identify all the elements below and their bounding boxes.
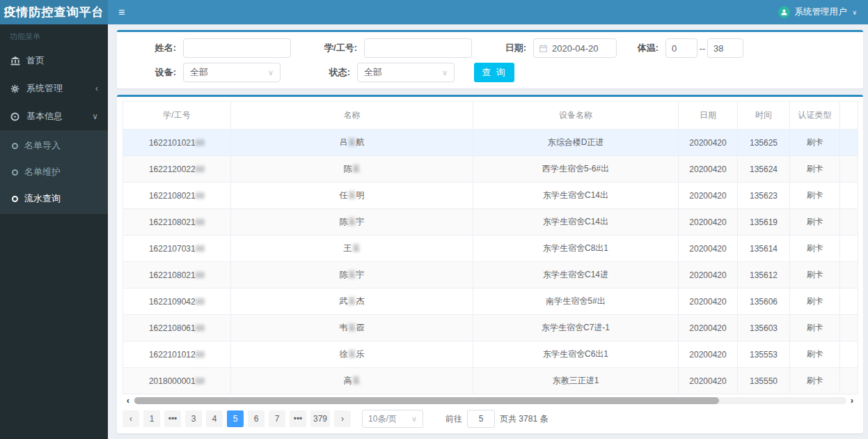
table-cell: 东学生宿舍C8出1 [473,236,679,262]
table-cell: 135619 [738,209,790,236]
column-header[interactable]: 时间 [738,102,790,130]
calendar-icon [539,45,547,52]
horizontal-scrollbar: ‹ › [123,396,858,405]
navbar: ≡ 系统管理用户 ∨ [108,0,868,24]
table-row[interactable]: 162210802188陈某宇东学生宿舍C14进20200420135612刷卡 [123,262,858,288]
table-header-row: 学/工号名称设备名称日期时间认证类型 [123,102,858,130]
sidebar-item-home[interactable]: 首页 [0,47,108,75]
table-cell: 任某明 [231,183,473,209]
table-cell: 刷卡 [790,183,840,209]
device-select-value: 全部 [190,66,208,79]
circle-o-icon [12,169,18,176]
sidebar-item-list-maintain[interactable]: 名单维护 [0,159,108,185]
table-cell: 武某杰 [231,288,473,315]
pager-page-379[interactable]: 379 [310,410,330,427]
table-row[interactable]: 162210101288徐某乐东学生宿舍C6出120200420135553刷卡 [123,341,858,368]
scrollbar-thumb[interactable] [134,397,719,404]
sidebar-toggle-icon[interactable]: ≡ [108,0,135,24]
circle-o-icon [12,196,18,202]
sidebar-item-flow-query[interactable]: 流水查询 [0,185,108,212]
table-cell: 162210102188 [123,130,231,156]
pager-page-3[interactable]: 3 [185,410,202,427]
chevron-down-icon: ∨ [268,68,274,77]
table-row[interactable]: 162212002288陈某西学生宿舍5-6#出20200420135624刷卡 [123,156,858,183]
table-cell: 135614 [738,236,790,262]
table-cell: 刷卡 [790,130,840,156]
table-cell: 西学生宿舍5-6#出 [473,156,679,183]
page-size-select[interactable]: 10条/页 ∨ [362,410,423,428]
table-row[interactable]: 162210802188任某明东学生宿舍C14出20200420135623刷卡 [123,183,858,209]
column-header[interactable]: 认证类型 [790,102,840,130]
pager-page-5[interactable]: 5 [227,410,244,427]
sidebar-item-basic-info[interactable]: 基本信息 ∨ [0,102,108,130]
table-cell [840,209,858,236]
pager-next-button[interactable]: › [334,410,351,427]
sidebar-item-label: 名单维护 [24,166,61,178]
column-header[interactable] [840,102,858,130]
temperature-max-input[interactable] [707,38,743,58]
table-cell: 162210802188 [123,183,231,209]
goto-page-input[interactable] [467,410,495,428]
sidebar-item-list-import[interactable]: 名单导入 [0,132,108,159]
pager-page-1[interactable]: 1 [143,410,160,427]
page-size-value: 10条/页 [368,413,397,425]
user-icon [780,8,788,16]
table-cell: 刷卡 [790,288,840,315]
table-cell: 刷卡 [790,262,840,288]
name-input[interactable] [183,38,291,58]
date-input[interactable]: 2020-04-20 [533,38,617,58]
total-count-text: 页共 3781 条 [500,413,548,425]
table-cell: 刷卡 [790,156,840,183]
table-cell: 东学生宿舍C14进 [473,262,679,288]
table-row[interactable]: 201800000188高某东教三正进120200420135550刷卡 [123,368,858,394]
pager-page-7[interactable]: 7 [269,410,285,427]
table-row[interactable]: 162210904288武某杰南学生宿舍5#出20200420135606刷卡 [123,288,858,315]
pager-ellipsis[interactable]: ••• [290,410,306,427]
column-header[interactable]: 设备名称 [473,102,679,130]
table-cell: 135625 [738,130,790,156]
temperature-range-separator: -- [697,43,707,54]
user-menu[interactable]: 系统管理用户 ∨ [778,6,868,18]
table-cell: 高某 [231,368,473,394]
column-header[interactable]: 日期 [679,102,738,130]
table-cell: 162210806188 [123,315,231,341]
table-cell: 韦某霞 [231,315,473,341]
table-row[interactable]: 162210102188吕某航东综合楼D正进20200420135625刷卡 [123,130,858,156]
temperature-min-input[interactable] [665,38,697,58]
table-cell [840,368,858,394]
gear-icon [10,84,20,93]
scrollbar-track[interactable] [134,397,846,404]
table-cell: 135606 [738,288,790,315]
table-cell: 东学生宿舍C7进-1 [473,315,679,341]
table-cell: 135624 [738,156,790,183]
table-cell: 162210802188 [123,262,231,288]
column-header[interactable]: 学/工号 [123,102,231,130]
pager-prev-button[interactable]: ‹ [123,410,139,427]
sidebar-item-label: 流水查询 [24,192,61,205]
status-label: 状态: [281,66,357,79]
table-cell: 135623 [738,183,790,209]
table-cell: 东学生宿舍C6出1 [473,341,679,368]
table-row[interactable]: 162210802188陈某宇东学生宿舍C14出20200420135619刷卡 [123,209,858,236]
status-select[interactable]: 全部 ∨ [357,63,455,82]
date-label: 日期: [472,42,533,54]
table-cell [840,236,858,262]
table-cell: 刷卡 [790,236,840,262]
chevron-down-icon: ∨ [852,9,857,16]
pager-ellipsis[interactable]: ••• [164,410,181,427]
search-button[interactable]: 查 询 [474,63,514,82]
pager-page-6[interactable]: 6 [248,410,265,427]
column-header[interactable]: 名称 [231,102,473,130]
device-select[interactable]: 全部 ∨ [183,63,281,82]
pager-pages: 1•••34567•••379 [143,410,330,427]
circle-o-icon [12,143,18,149]
temperature-label: 体温: [617,42,665,54]
sidebar-item-system-management[interactable]: 系统管理 ‹ [0,75,108,102]
pager-page-4[interactable]: 4 [206,410,223,427]
student-id-input[interactable] [364,38,472,58]
results-table: 学/工号名称设备名称日期时间认证类型 162210102188吕某航东综合楼D正… [123,101,858,394]
scroll-left-icon[interactable]: ‹ [123,396,134,405]
table-row[interactable]: 162210806188韦某霞东学生宿舍C7进-120200420135603刷… [123,315,858,341]
scroll-right-icon[interactable]: › [846,396,858,405]
table-row[interactable]: 162210703188王某东学生宿舍C8出120200420135614刷卡 [123,236,858,262]
